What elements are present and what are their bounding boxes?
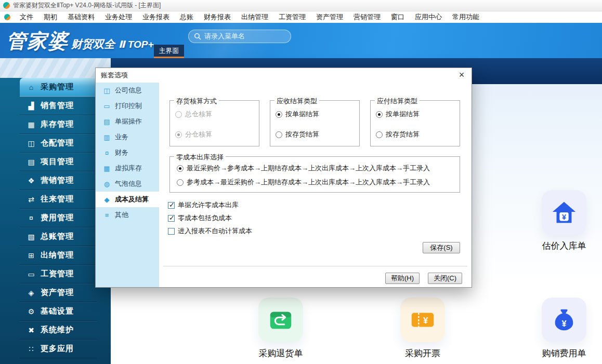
zero-cost-option-0[interactable]: 最近采购价→参考成本→上期结存成本→上次出库成本→上次入库成本→手工录入 bbox=[177, 164, 460, 173]
menu-item-3[interactable]: 业务处理 bbox=[100, 11, 137, 23]
menu-item-8[interactable]: 工资管理 bbox=[273, 11, 311, 23]
menu-item-4[interactable]: 业务报表 bbox=[137, 11, 175, 23]
payroll-icon: ▭ bbox=[27, 270, 36, 278]
sidebar-item-7[interactable]: ¤费用管理 bbox=[20, 209, 97, 227]
warehouse-icon: ◫ bbox=[27, 139, 36, 147]
checkbox-option-1[interactable]: 零成本包括负成本 bbox=[168, 213, 232, 223]
menu-item-9[interactable]: 资产管理 bbox=[311, 11, 348, 23]
app-window: 管家婆财贸双全ⅡTop+ V24.0-网络版-试用版 - [主界面] 文件期初基… bbox=[0, 0, 602, 364]
menu-item-7[interactable]: 出纳管理 bbox=[236, 11, 273, 23]
ticket-yen-icon: ¥ bbox=[400, 298, 445, 342]
sidebar-item-13[interactable]: ✖系统维护 bbox=[20, 321, 97, 340]
settings-icon: ⚙ bbox=[27, 307, 36, 316]
zero-cost-option-1[interactable]: 参考成本→最近采购价→上期结存成本→上次出库成本→上次入库成本→手工录入 bbox=[177, 178, 460, 187]
cashier-icon: ⊞ bbox=[27, 251, 36, 260]
radio-button[interactable] bbox=[175, 111, 182, 118]
house-yen-icon: ¥ bbox=[542, 190, 586, 235]
checkbox[interactable] bbox=[168, 228, 175, 235]
menu-logo-icon bbox=[4, 14, 10, 20]
svg-text:¥: ¥ bbox=[561, 319, 567, 328]
sidebar-item-3[interactable]: ◫仓配管理 bbox=[20, 134, 97, 153]
bubble-icon: ◍ bbox=[103, 180, 111, 188]
group-title: 存货核算方式 bbox=[174, 97, 219, 106]
print-icon: ▭ bbox=[103, 102, 111, 110]
save-button[interactable]: 保存(S) bbox=[423, 242, 460, 253]
ledger-icon: ▧ bbox=[27, 233, 36, 241]
sidebar-item-5[interactable]: ❖营销管理 bbox=[20, 171, 97, 190]
radio-option-0-0[interactable]: 总仓核算 bbox=[175, 110, 259, 119]
radio-button[interactable] bbox=[177, 179, 184, 186]
shortcut-1[interactable]: 采购退货单 bbox=[258, 298, 303, 342]
group-0: 存货核算方式总仓核算分仓核算 bbox=[169, 100, 259, 146]
radio-button[interactable] bbox=[276, 131, 282, 138]
radio-option-2-1[interactable]: 按存货结算 bbox=[376, 130, 460, 139]
app-logo-icon bbox=[3, 2, 10, 9]
shortcut-2[interactable]: ¥采购开票 bbox=[400, 298, 445, 342]
sidebar-item-11[interactable]: ◈资产管理 bbox=[20, 284, 97, 302]
sales-icon: ▟ bbox=[27, 102, 36, 110]
dialog-nav-item-7[interactable]: ◆成本及结算 bbox=[96, 192, 159, 207]
checkbox[interactable] bbox=[168, 202, 175, 209]
dialog-close-icon[interactable]: × bbox=[456, 70, 467, 81]
checkbox-option-0[interactable]: 单据允许零成本出库 bbox=[168, 200, 239, 210]
menu-item-12[interactable]: 应用中心 bbox=[410, 11, 447, 23]
sidebar-item-9[interactable]: ⊞出纳管理 bbox=[20, 246, 97, 265]
dialog-nav-item-0[interactable]: ◫公司信息 bbox=[96, 83, 159, 98]
sidebar-item-14[interactable]: ∷更多应用 bbox=[20, 340, 97, 358]
checkbox-option-2[interactable]: 进入报表不自动计算成本 bbox=[168, 226, 252, 236]
sidebar-item-1[interactable]: ▟销售管理 bbox=[20, 97, 97, 115]
menu-item-13[interactable]: 常用功能 bbox=[447, 11, 485, 23]
menu-bar: 文件期初基础资料业务处理业务报表总账财务报表出纳管理工资管理资产管理营销管理窗口… bbox=[0, 11, 602, 23]
radio-button[interactable] bbox=[177, 165, 184, 172]
sidebar-item-12[interactable]: ⚙基础设置 bbox=[20, 302, 97, 321]
radio-option-1-0[interactable]: 按单据结算 bbox=[276, 110, 359, 119]
dialog-nav-item-8[interactable]: ≡其他 bbox=[96, 207, 159, 223]
search-icon bbox=[194, 33, 201, 40]
purchase-icon: ⌂ bbox=[27, 83, 36, 91]
menu-item-10[interactable]: 营销管理 bbox=[348, 11, 386, 23]
radio-button[interactable] bbox=[276, 111, 282, 118]
window-titlebar: 管家婆财贸双全ⅡTop+ V24.0-网络版-试用版 - [主界面] bbox=[0, 0, 602, 11]
radio-button[interactable] bbox=[175, 131, 182, 138]
box-return-icon bbox=[258, 298, 303, 342]
dialog-nav-item-4[interactable]: ¤财务 bbox=[96, 145, 159, 160]
dialog-title: 账套选项 bbox=[101, 71, 128, 80]
sidebar-nav: ⌂采购管理▟销售管理▦库存管理◫仓配管理▤项目管理❖营销管理⇄往来管理¤费用管理… bbox=[0, 78, 111, 364]
sidebar-item-2[interactable]: ▦库存管理 bbox=[20, 115, 97, 134]
dialog-nav-item-6[interactable]: ◍气泡信息 bbox=[96, 176, 159, 192]
radio-button[interactable] bbox=[376, 111, 383, 118]
menu-search-input[interactable]: 请录入菜单名 bbox=[188, 30, 291, 43]
cost-icon: ◆ bbox=[103, 196, 111, 204]
menu-item-0[interactable]: 文件 bbox=[15, 11, 38, 23]
shortcut-0[interactable]: ¥估价入库单 bbox=[542, 190, 586, 235]
dialog-nav-item-3[interactable]: ▥业务 bbox=[96, 129, 159, 145]
help-button[interactable]: 帮助(H) bbox=[385, 273, 420, 284]
dialog-titlebar[interactable]: 账套选项 bbox=[96, 68, 472, 83]
group-1: 应收结算类型按单据结算按存货结算 bbox=[270, 100, 360, 146]
menu-item-2[interactable]: 基础资料 bbox=[62, 11, 100, 23]
close-button[interactable]: 关闭(C) bbox=[428, 273, 462, 284]
sidebar-item-4[interactable]: ▤项目管理 bbox=[20, 153, 97, 171]
menu-item-1[interactable]: 期初 bbox=[38, 11, 62, 23]
corner-decoration bbox=[0, 58, 111, 78]
menu-item-11[interactable]: 窗口 bbox=[386, 11, 410, 23]
menu-items: 文件期初基础资料业务处理业务报表总账财务报表出纳管理工资管理资产管理营销管理窗口… bbox=[15, 11, 485, 23]
radio-option-1-1[interactable]: 按存货结算 bbox=[276, 130, 359, 139]
dialog-nav-item-5[interactable]: ▦虚拟库存 bbox=[96, 160, 159, 176]
menu-item-5[interactable]: 总账 bbox=[175, 11, 199, 23]
sidebar-item-0[interactable]: ⌂采购管理 bbox=[20, 78, 97, 97]
radio-option-0-1[interactable]: 分仓核算 bbox=[175, 130, 259, 139]
brand-logo: 管家婆 财贸双全 Ⅱ TOP+ bbox=[6, 28, 154, 55]
dialog-nav: ◫公司信息▭打印控制▤单据操作▥业务¤财务▦虚拟库存◍气泡信息◆成本及结算≡其他 bbox=[96, 83, 159, 287]
checkbox[interactable] bbox=[168, 215, 175, 222]
radio-button[interactable] bbox=[376, 131, 383, 138]
tab-main-screen[interactable]: 主界面 bbox=[154, 45, 184, 58]
sidebar-item-10[interactable]: ▭工资管理 bbox=[20, 265, 97, 284]
menu-item-6[interactable]: 财务报表 bbox=[199, 11, 236, 23]
dialog-nav-item-1[interactable]: ▭打印控制 bbox=[96, 98, 159, 114]
radio-option-2-0[interactable]: 按单据结算 bbox=[376, 110, 460, 119]
sidebar-item-6[interactable]: ⇄往来管理 bbox=[20, 190, 97, 209]
sidebar-item-8[interactable]: ▧总账管理 bbox=[20, 227, 97, 246]
dialog-nav-item-2[interactable]: ▤单据操作 bbox=[96, 114, 159, 129]
shortcut-3[interactable]: ¥购销费用单 bbox=[542, 298, 586, 342]
